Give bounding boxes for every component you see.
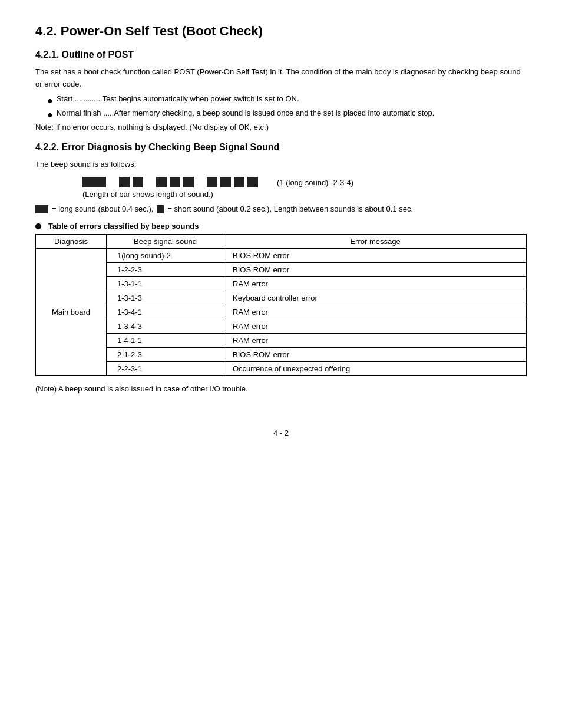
bullet-text-2: Normal finish .....After memory checking… bbox=[57, 108, 435, 117]
bar-long-1 bbox=[82, 177, 106, 187]
beep-diagram-label: (1 (long sound) -2-3-4) bbox=[277, 178, 353, 187]
cell-beep-0: 1(long sound)-2 bbox=[107, 249, 224, 263]
bar-short-2b bbox=[133, 177, 143, 187]
cell-message-8: Occurrence of unexpected offering bbox=[224, 362, 527, 376]
table-row: 2-1-2-3BIOS ROM error bbox=[36, 348, 527, 362]
cell-diagnosis: Main board bbox=[36, 249, 107, 376]
col-header-diagnosis: Diagnosis bbox=[36, 235, 107, 249]
error-table: Diagnosis Beep signal sound Error messag… bbox=[35, 234, 527, 376]
legend-short-text: = short sound (about 0.2 sec.), Length b… bbox=[167, 205, 413, 213]
legend-row: = long sound (about 0.4 sec.), = short s… bbox=[35, 205, 527, 213]
cell-beep-5: 1-3-4-3 bbox=[107, 319, 224, 334]
table-row: 1-3-1-3Keyboard controller error bbox=[36, 291, 527, 305]
bar-short-2a bbox=[119, 177, 130, 187]
cell-message-5: RAM error bbox=[224, 319, 527, 334]
cell-message-3: Keyboard controller error bbox=[224, 291, 527, 305]
cell-beep-1: 1-2-2-3 bbox=[107, 263, 224, 277]
table-row: 1-3-1-1RAM error bbox=[36, 277, 527, 291]
bar-short-4d bbox=[247, 177, 258, 187]
table-row: Main board1(long sound)-2BIOS ROM error bbox=[36, 249, 527, 263]
bar-short-3c bbox=[183, 177, 194, 187]
cell-message-7: BIOS ROM error bbox=[224, 348, 527, 362]
bar-short-3a bbox=[156, 177, 167, 187]
intro-text: The set has a boot check function called… bbox=[35, 66, 527, 91]
table-row: 1-4-1-1RAM error bbox=[36, 334, 527, 348]
legend-long-text: = long sound (about 0.4 sec.), bbox=[52, 205, 153, 213]
beep-caption: (Length of bar shows length of sound.) bbox=[82, 190, 527, 199]
subsection2-title: 4.2.2. Error Diagnosis by Checking Beep … bbox=[35, 142, 527, 153]
table-row: 1-3-4-1RAM error bbox=[36, 305, 527, 319]
bullet-dot-2: ● bbox=[47, 108, 53, 121]
col-header-beep: Beep signal sound bbox=[107, 235, 224, 249]
cell-beep-2: 1-3-1-1 bbox=[107, 277, 224, 291]
cell-beep-4: 1-3-4-1 bbox=[107, 305, 224, 319]
table-bullet-text: Table of errors classified by beep sound… bbox=[48, 222, 199, 230]
legend-long-bar bbox=[35, 205, 48, 213]
bullet-text-1: Start .............Test begins automatic… bbox=[57, 94, 299, 103]
cell-message-6: RAM error bbox=[224, 334, 527, 348]
col-header-message: Error message bbox=[224, 235, 527, 249]
beep-group-1 bbox=[82, 177, 106, 187]
cell-beep-6: 1-4-1-1 bbox=[107, 334, 224, 348]
bullet-dot-1: ● bbox=[47, 94, 53, 107]
beep-group-2 bbox=[119, 177, 143, 187]
cell-message-2: RAM error bbox=[224, 277, 527, 291]
cell-beep-3: 1-3-1-3 bbox=[107, 291, 224, 305]
cell-message-0: BIOS ROM error bbox=[224, 249, 527, 263]
cell-beep-8: 2-2-3-1 bbox=[107, 362, 224, 376]
beep-group-4 bbox=[207, 177, 258, 187]
table-row: 1-3-4-3RAM error bbox=[36, 319, 527, 334]
note-text: Note: If no error occurs, nothing is dis… bbox=[35, 123, 527, 131]
table-section-label: Table of errors classified by beep sound… bbox=[35, 222, 527, 230]
footer-note: (Note) A beep sound is also issued in ca… bbox=[35, 384, 527, 393]
bullet-item-2: ● Normal finish .....After memory checki… bbox=[47, 108, 527, 121]
beep-intro: The beep sound is as follows: bbox=[35, 159, 527, 171]
section-title: 4.2. Power-On Self Test (Boot Check) bbox=[35, 24, 527, 39]
bar-short-3b bbox=[170, 177, 180, 187]
table-bullet bbox=[35, 223, 41, 229]
bar-short-4b bbox=[220, 177, 231, 187]
table-row: 2-2-3-1Occurrence of unexpected offering bbox=[36, 362, 527, 376]
cell-beep-7: 2-1-2-3 bbox=[107, 348, 224, 362]
beep-diagram: (1 (long sound) -2-3-4) bbox=[82, 177, 527, 187]
bullet-item-1: ● Start .............Test begins automat… bbox=[47, 94, 527, 107]
legend-short-bar bbox=[157, 205, 164, 213]
subsection1-title: 4.2.1. Outline of POST bbox=[35, 50, 527, 60]
table-row: 1-2-2-3BIOS ROM error bbox=[36, 263, 527, 277]
table-header-row: Diagnosis Beep signal sound Error messag… bbox=[36, 235, 527, 249]
cell-message-1: BIOS ROM error bbox=[224, 263, 527, 277]
bar-short-4a bbox=[207, 177, 217, 187]
cell-message-4: RAM error bbox=[224, 305, 527, 319]
beep-group-3 bbox=[156, 177, 194, 187]
page-number: 4 - 2 bbox=[35, 429, 527, 437]
bar-short-4c bbox=[234, 177, 244, 187]
